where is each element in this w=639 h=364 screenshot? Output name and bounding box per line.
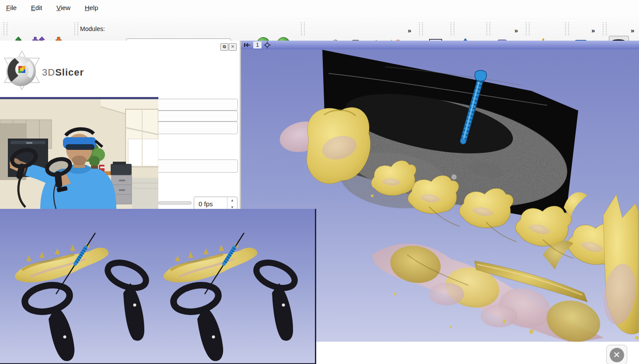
pin-icon[interactable]: [244, 42, 251, 48]
toolbar-grip[interactable]: [74, 22, 78, 35]
parameter-field[interactable]: [144, 99, 238, 111]
slicer-logo-text: 3DSlicer: [42, 67, 84, 78]
overflow-chevron[interactable]: »: [631, 27, 633, 34]
menu-view[interactable]: View: [56, 4, 70, 11]
menu-bar: File Edit View Help: [0, 0, 639, 17]
slicer-logo: [2, 49, 42, 92]
vr-left-eye-view: [15, 233, 150, 361]
parameter-field[interactable]: [144, 111, 238, 121]
vr-right-eye-view: [164, 233, 298, 361]
toolbar-grip[interactable]: [419, 22, 423, 35]
vr-mirror-window[interactable]: [0, 209, 316, 364]
undock-panel-button[interactable]: ⧉: [220, 43, 228, 51]
fps-slider[interactable]: [158, 201, 192, 205]
module-panel: ⧉ ✕ 3DSlicer: [0, 41, 241, 210]
overflow-chevron[interactable]: »: [591, 27, 594, 34]
toolbar-grip[interactable]: [603, 22, 607, 35]
menu-help[interactable]: Help: [85, 4, 98, 11]
toolbar-grip[interactable]: [3, 22, 7, 35]
vr-stereo-view: [0, 209, 315, 363]
modules-label: Modules:: [80, 25, 105, 32]
view-label: 1: [253, 42, 262, 49]
webcam-photo: [0, 97, 158, 209]
view-controller-bar: 1: [241, 41, 639, 49]
parameter-field[interactable]: [144, 159, 238, 173]
main-toolbar: DATA DCM SAVE Modules:: [0, 17, 639, 41]
close-icon: ✕: [610, 348, 624, 362]
overflow-chevron[interactable]: »: [408, 27, 410, 34]
slicer-window: File Edit View Help DATA DCM: [0, 0, 639, 364]
toolbar-grip[interactable]: [486, 22, 490, 35]
close-panel-button[interactable]: ✕: [229, 43, 237, 51]
overflow-chevron[interactable]: »: [514, 27, 517, 34]
toolbar-grip[interactable]: [301, 22, 305, 35]
spin-up-icon[interactable]: ▲: [227, 197, 237, 204]
toolbar-grip[interactable]: [526, 22, 530, 35]
menu-edit[interactable]: Edit: [31, 4, 42, 11]
menu-file[interactable]: File: [6, 4, 17, 11]
bottom-bar: [316, 342, 639, 364]
view-options-icon[interactable]: [264, 42, 271, 49]
fps-value: 0 fps: [194, 200, 227, 208]
toolbar-grip[interactable]: [565, 22, 569, 35]
toolbar-grip[interactable]: [450, 22, 454, 35]
close-overlay-button[interactable]: ✕: [606, 345, 627, 364]
parameter-field[interactable]: [144, 121, 238, 134]
